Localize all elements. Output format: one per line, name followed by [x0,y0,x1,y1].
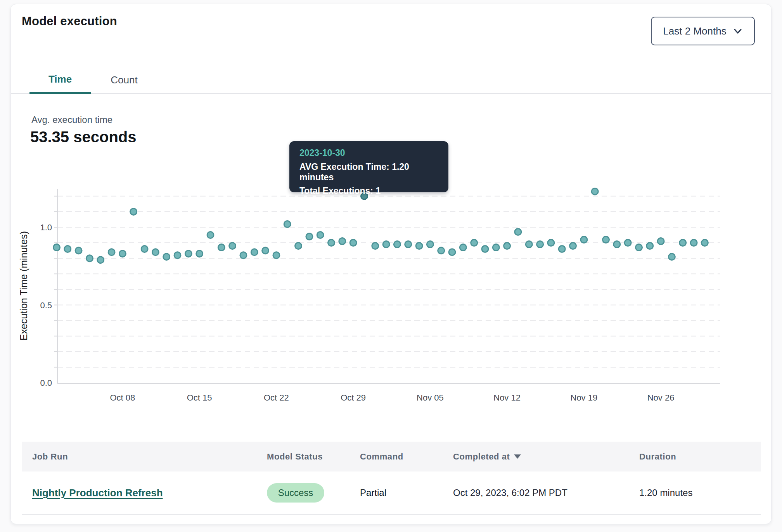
scatter-point[interactable] [339,238,346,245]
model-status-cell: Success [267,472,324,514]
y-axis-tick-label: 0.5 [40,301,52,310]
scatter-point[interactable] [229,243,236,249]
tooltip-date: 2023-10-30 [299,148,438,158]
scatter-point[interactable] [482,246,488,252]
column-header-model-status: Model Status [267,442,323,472]
scatter-point[interactable] [54,244,60,251]
scatter-point[interactable] [141,246,148,252]
scatter-point[interactable] [174,252,181,259]
scatter-point[interactable] [394,241,400,248]
x-axis-tick-label: Nov 26 [647,393,675,402]
scatter-point[interactable] [295,243,302,249]
scatter-point[interactable] [438,247,445,254]
scatter-point[interactable] [273,252,280,259]
job-run-link[interactable]: Nightly Production Refresh [32,487,163,499]
column-header-completed-at[interactable]: Completed at [453,442,521,472]
scatter-point[interactable] [284,221,291,228]
y-axis-tick-label: 1.0 [40,223,52,232]
scatter-point[interactable] [471,240,478,246]
duration-cell: 1.20 minutes [639,472,692,514]
x-axis-tick-label: Oct 15 [187,393,212,402]
column-header-command: Command [360,442,403,472]
completed-at-cell: Oct 29, 2023, 6:02 PM PDT [453,472,567,514]
x-axis-tick-label: Nov 05 [417,393,444,402]
x-axis-tick-label: Nov 19 [571,393,598,402]
x-axis-tick-label: Oct 08 [110,393,135,402]
scatter-point[interactable] [515,229,521,235]
scatter-point[interactable] [163,254,170,260]
scatter-point[interactable] [350,240,356,246]
scatter-point[interactable] [196,250,203,257]
scatter-point[interactable] [581,237,587,243]
scatter-point[interactable] [372,243,379,249]
scatter-point[interactable] [603,237,609,243]
scatter-point[interactable] [427,241,433,248]
scatter-point[interactable] [405,241,412,248]
scatter-point[interactable] [548,240,554,246]
scatter-point[interactable] [251,249,258,256]
scatter-point[interactable] [647,243,653,249]
scatter-point[interactable] [526,241,532,248]
model-execution-card: Model execution Last 2 Months Time Count… [10,4,772,524]
scatter-point[interactable] [108,249,115,256]
scatter-point[interactable] [240,252,247,259]
scatter-point[interactable] [537,241,543,248]
command-cell: Partial [360,472,386,514]
scatter-point[interactable] [625,240,631,246]
y-axis-tick-label: 0.0 [40,378,52,388]
scatter-point[interactable] [614,241,620,248]
scatter-point[interactable] [383,241,389,248]
scatter-point[interactable] [449,249,455,256]
scatter-point[interactable] [130,208,137,215]
x-axis-tick-label: Oct 22 [264,393,289,402]
scatter-point[interactable] [218,244,225,251]
scatter-point[interactable] [504,243,510,249]
tooltip-total-executions: Total Executions: 1 [299,186,438,196]
scatter-point[interactable] [119,250,126,257]
status-badge: Success [267,483,324,503]
scatter-point[interactable] [152,249,159,256]
scatter-point[interactable] [328,240,335,246]
scatter-point[interactable] [636,244,642,251]
x-axis-tick-label: Oct 29 [341,393,366,402]
scatter-point[interactable] [701,240,708,246]
scatter-point[interactable] [559,246,565,252]
tooltip-avg-execution-time: AVG Execution Time: 1.20 minutes [299,162,438,183]
scatter-point[interactable] [460,244,466,251]
scatter-point[interactable] [64,246,71,252]
job-run-cell: Nightly Production Refresh [32,472,163,514]
sort-descending-icon [514,454,521,459]
scatter-point[interactable] [657,238,664,245]
scatter-point[interactable] [570,243,576,249]
chart-tooltip: 2023-10-30 AVG Execution Time: 1.20 minu… [289,141,448,192]
x-axis-tick-label: Nov 12 [493,393,521,402]
column-header-duration: Duration [639,442,676,472]
scatter-point[interactable] [680,240,686,246]
scatter-point[interactable] [207,232,214,238]
scatter-point[interactable] [306,233,313,240]
column-header-job-run: Job Run [32,442,68,472]
scatter-point[interactable] [317,232,324,238]
scatter-point[interactable] [416,243,422,249]
table-row: Nightly Production Refresh Success Parti… [22,472,761,514]
scatter-point[interactable] [668,254,675,260]
scatter-point[interactable] [262,247,269,254]
scatter-point[interactable] [690,240,697,246]
scatter-point[interactable] [97,257,104,263]
table-row-divider [22,514,761,515]
scatter-point[interactable] [592,188,598,195]
scatter-point[interactable] [493,244,499,251]
y-axis-title: Execution Time (minutes) [18,231,29,340]
execution-time-scatter-chart: 0.00.51.0Execution Time (minutes)Oct 08O… [11,4,772,423]
scatter-point[interactable] [75,247,82,254]
table-header: Job Run Model Status Command Completed a… [22,442,761,472]
scatter-point[interactable] [185,250,192,257]
scatter-point[interactable] [87,255,93,262]
